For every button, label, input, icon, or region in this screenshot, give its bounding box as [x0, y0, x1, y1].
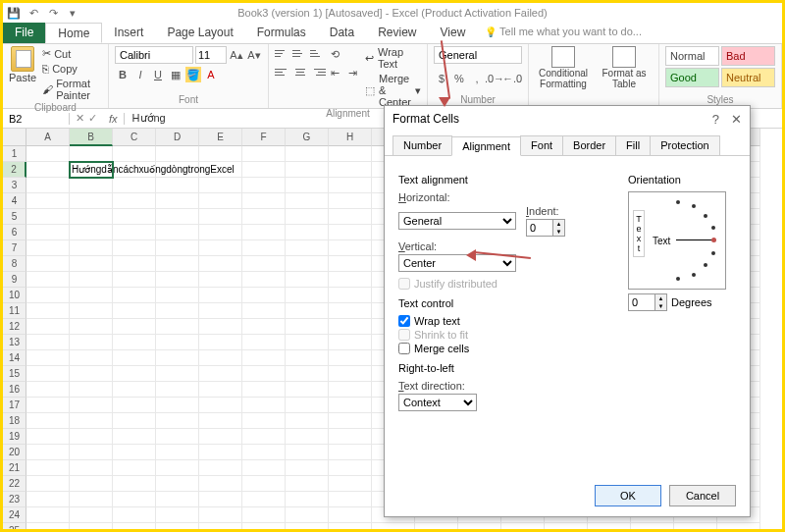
- paste-button[interactable]: Paste: [9, 46, 36, 102]
- cell[interactable]: [199, 178, 242, 193]
- cell[interactable]: [199, 303, 242, 319]
- ok-button[interactable]: OK: [595, 485, 661, 506]
- cell[interactable]: [113, 476, 156, 492]
- column-header[interactable]: H: [329, 129, 372, 146]
- cell[interactable]: [286, 162, 329, 178]
- row-header[interactable]: 22: [3, 476, 26, 492]
- cell[interactable]: [242, 523, 286, 532]
- dtab-border[interactable]: Border: [562, 135, 616, 155]
- cell[interactable]: [242, 256, 286, 272]
- cell[interactable]: [156, 240, 199, 256]
- cell[interactable]: [26, 272, 70, 288]
- row-header[interactable]: 17: [3, 398, 26, 413]
- style-good[interactable]: Good: [665, 68, 719, 87]
- cell[interactable]: [242, 193, 286, 209]
- cell[interactable]: [70, 303, 113, 319]
- cell[interactable]: [286, 523, 329, 532]
- cell[interactable]: [113, 240, 156, 256]
- cell[interactable]: [588, 523, 631, 532]
- cut-button[interactable]: ✂Cut: [40, 46, 102, 61]
- cell[interactable]: HướngdẫncáchxuốngdòngtrongExcel: [70, 162, 113, 178]
- increase-font-icon[interactable]: A▴: [229, 47, 244, 63]
- row-header[interactable]: 4: [3, 193, 26, 209]
- cell[interactable]: [674, 523, 717, 532]
- tab-insert[interactable]: Insert: [102, 23, 155, 43]
- row-header[interactable]: 3: [3, 178, 26, 193]
- cell[interactable]: [113, 366, 156, 382]
- cell[interactable]: [113, 272, 156, 288]
- cell[interactable]: [26, 240, 70, 256]
- cell[interactable]: [26, 507, 70, 523]
- cell[interactable]: [70, 398, 113, 413]
- align-middle-button[interactable]: [292, 46, 308, 60]
- name-box[interactable]: B2: [3, 113, 70, 125]
- cell[interactable]: [70, 507, 113, 523]
- cell[interactable]: [329, 335, 372, 350]
- cell[interactable]: [242, 445, 286, 460]
- cell[interactable]: [286, 476, 329, 492]
- cell[interactable]: [329, 366, 372, 382]
- select-all-corner[interactable]: [3, 129, 26, 146]
- font-name-select[interactable]: [115, 46, 193, 64]
- cell[interactable]: [156, 460, 199, 476]
- cell[interactable]: [286, 225, 329, 240]
- cell[interactable]: [329, 398, 372, 413]
- formula-bar[interactable]: Hướng: [125, 112, 166, 125]
- cell[interactable]: [113, 413, 156, 429]
- cell[interactable]: [717, 523, 760, 532]
- column-header[interactable]: B: [70, 129, 113, 146]
- cell[interactable]: [242, 382, 286, 398]
- spin-up-icon[interactable]: ▲: [553, 220, 564, 228]
- cell[interactable]: [113, 335, 156, 350]
- row-header[interactable]: 5: [3, 209, 26, 225]
- cell[interactable]: [156, 303, 199, 319]
- cell[interactable]: [329, 445, 372, 460]
- row-header[interactable]: 19: [3, 429, 26, 445]
- border-button[interactable]: ▦: [168, 67, 183, 82]
- save-icon[interactable]: 💾: [7, 6, 21, 20]
- cell[interactable]: [242, 209, 286, 225]
- increase-indent-button[interactable]: ⇥: [345, 65, 361, 80]
- cell[interactable]: [329, 492, 372, 507]
- row-header[interactable]: 21: [3, 460, 26, 476]
- cell[interactable]: [286, 460, 329, 476]
- cell[interactable]: [329, 350, 372, 366]
- cell[interactable]: [286, 429, 329, 445]
- cell[interactable]: [199, 476, 242, 492]
- row-header[interactable]: 12: [3, 319, 26, 335]
- cell[interactable]: [329, 507, 372, 523]
- cell[interactable]: [286, 413, 329, 429]
- cell[interactable]: [329, 225, 372, 240]
- cancel-button[interactable]: Cancel: [669, 485, 736, 506]
- cell[interactable]: [286, 366, 329, 382]
- row-header[interactable]: 2: [3, 162, 26, 178]
- dtab-alignment[interactable]: Alignment: [451, 136, 521, 156]
- fill-color-button[interactable]: 🪣: [185, 67, 201, 82]
- row-header[interactable]: 25: [3, 523, 26, 532]
- cell[interactable]: [70, 178, 113, 193]
- column-header[interactable]: C: [113, 129, 156, 146]
- cell[interactable]: [286, 492, 329, 507]
- cell[interactable]: [242, 350, 286, 366]
- cell[interactable]: [329, 162, 372, 178]
- tab-formulas[interactable]: Formulas: [245, 23, 318, 43]
- cell[interactable]: [199, 319, 242, 335]
- row-header[interactable]: 7: [3, 240, 26, 256]
- spin-up-icon[interactable]: ▲: [655, 294, 666, 302]
- cell[interactable]: [199, 366, 242, 382]
- cell[interactable]: [156, 398, 199, 413]
- cell[interactable]: [242, 460, 286, 476]
- cell[interactable]: [458, 523, 501, 532]
- cell[interactable]: [286, 350, 329, 366]
- row-header[interactable]: 20: [3, 445, 26, 460]
- dtab-number[interactable]: Number: [392, 135, 452, 155]
- cell[interactable]: [113, 256, 156, 272]
- cell[interactable]: [70, 429, 113, 445]
- style-bad[interactable]: Bad: [721, 46, 775, 66]
- cell[interactable]: [286, 193, 329, 209]
- qat-customize-icon[interactable]: ▾: [66, 6, 79, 20]
- cell[interactable]: [286, 445, 329, 460]
- cell[interactable]: [26, 319, 70, 335]
- help-icon[interactable]: ?: [712, 112, 719, 127]
- row-header[interactable]: 11: [3, 303, 26, 319]
